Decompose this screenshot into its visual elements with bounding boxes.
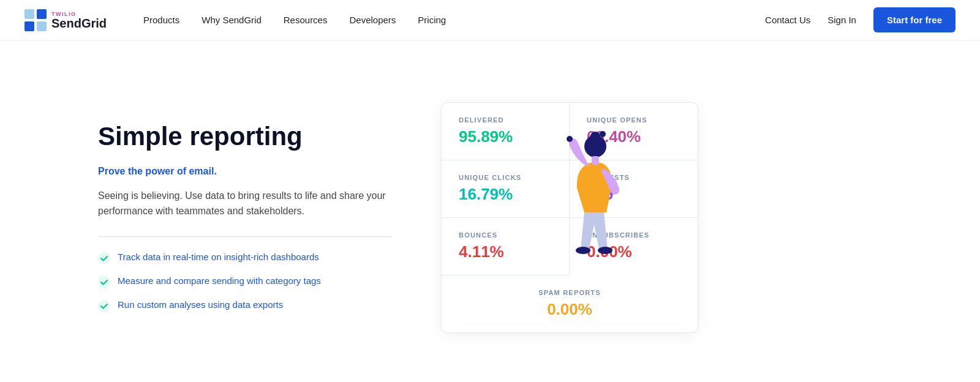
stat-cell-unsubscribes: UNSUBSCRIBES 0.00% (570, 218, 698, 275)
check-icon-2 (98, 276, 110, 288)
stat-value-unsubscribes: 0.00% (587, 242, 680, 261)
svg-rect-1 (37, 9, 47, 19)
right-content: DELIVERED 95.89% UNIQUE OPENS 69.40% UNI… (441, 102, 698, 333)
stat-label-spam-reports: SPAM REPORTS (459, 289, 680, 296)
stat-value-requests: 559 (587, 185, 680, 204)
section-title: Simple reporting (98, 122, 392, 151)
logo[interactable]: TWILIO SendGrid (24, 9, 107, 31)
nav-right: Contact Us Sign In Start for free (765, 7, 956, 32)
stat-label-unsubscribes: UNSUBSCRIBES (587, 231, 680, 239)
stat-value-unique-clicks: 16.79% (459, 185, 552, 204)
sendgrid-logo-icon (24, 9, 47, 31)
nav-pricing[interactable]: Pricing (418, 15, 446, 25)
main-content: Simple reporting Prove the power of emai… (0, 40, 980, 382)
svg-point-4 (98, 252, 110, 264)
nav-developers[interactable]: Developers (349, 15, 396, 25)
stat-label-unique-opens: UNIQUE OPENS (587, 116, 680, 124)
feature-text-1: Track data in real-time on insight-rich … (118, 252, 319, 262)
nav-links: Products Why SendGrid Resources Develope… (143, 15, 765, 25)
stats-grid: DELIVERED 95.89% UNIQUE OPENS 69.40% UNI… (441, 102, 698, 333)
stat-label-delivered: DELIVERED (459, 116, 552, 124)
nav-contact[interactable]: Contact Us (765, 15, 810, 25)
start-for-free-button[interactable]: Start for free (873, 7, 956, 32)
stat-cell-delivered: DELIVERED 95.89% (442, 103, 570, 160)
features-list: Track data in real-time on insight-rich … (98, 252, 392, 312)
nav-signin[interactable]: Sign In (827, 15, 856, 25)
logo-twilio-text: TWILIO (51, 11, 107, 17)
feature-item-3: Run custom analyses using data exports (98, 299, 392, 312)
stat-cell-requests: REQUESTS 559 (570, 160, 698, 218)
svg-rect-0 (24, 9, 34, 19)
stat-label-unique-clicks: UNIQUE CLICKS (459, 174, 552, 181)
stat-value-spam-reports: 0.00% (459, 300, 680, 319)
stat-value-unique-opens: 69.40% (587, 127, 680, 146)
check-icon-3 (98, 300, 110, 312)
logo-sendgrid-text: SendGrid (51, 17, 107, 29)
divider (98, 236, 392, 237)
left-content: Simple reporting Prove the power of emai… (98, 122, 392, 312)
feature-item-2: Measure and compare sending with categor… (98, 275, 392, 288)
nav-products[interactable]: Products (143, 15, 179, 25)
stat-cell-spam-reports: SPAM REPORTS 0.00% (442, 275, 698, 332)
feature-item-1: Track data in real-time on insight-rich … (98, 252, 392, 264)
stat-value-delivered: 95.89% (459, 127, 552, 146)
svg-rect-2 (24, 21, 34, 31)
svg-point-6 (98, 300, 110, 312)
description: Seeing is believing. Use data to bring r… (98, 188, 392, 219)
nav-why-sendgrid[interactable]: Why SendGrid (202, 15, 262, 25)
stat-label-bounces: BOUNCES (459, 231, 552, 239)
stat-cell-bounces: BOUNCES 4.11% (442, 218, 570, 275)
navbar: TWILIO SendGrid Products Why SendGrid Re… (0, 0, 980, 40)
svg-rect-3 (37, 21, 47, 31)
stat-cell-unique-clicks: UNIQUE CLICKS 16.79% (442, 160, 570, 218)
nav-resources[interactable]: Resources (284, 15, 328, 25)
subtitle: Prove the power of email. (98, 166, 392, 177)
stat-label-requests: REQUESTS (587, 174, 680, 181)
stat-cell-unique-opens: UNIQUE OPENS 69.40% (570, 103, 698, 160)
feature-text-3: Run custom analyses using data exports (118, 299, 283, 310)
check-icon-1 (98, 252, 110, 264)
stat-value-bounces: 4.11% (459, 242, 552, 261)
svg-point-5 (98, 276, 110, 288)
feature-text-2: Measure and compare sending with categor… (118, 275, 321, 286)
